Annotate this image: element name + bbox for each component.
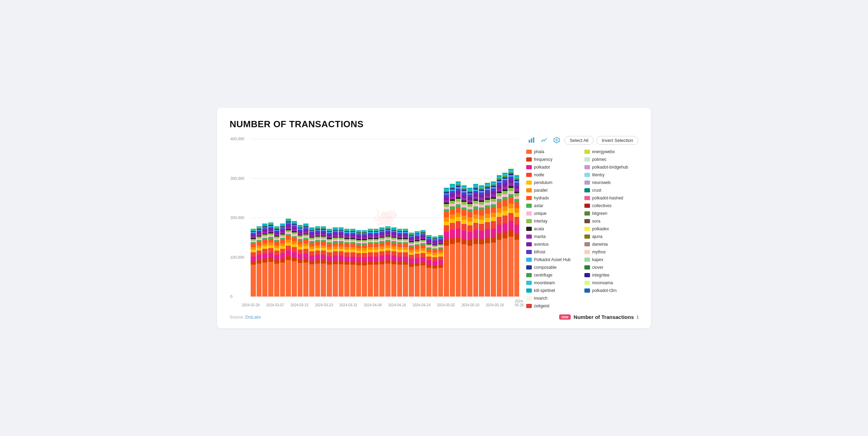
legend-item[interactable]: neuroweb (584, 179, 638, 186)
legend-item[interactable]: centrifuge (526, 272, 580, 278)
line-chart-icon[interactable] (539, 135, 549, 145)
legend-item[interactable]: kapex (584, 257, 638, 263)
bar-group[interactable] (262, 139, 267, 297)
bar-segment (350, 247, 355, 250)
bar-group[interactable] (298, 139, 303, 297)
legend-item[interactable]: energywebx (584, 149, 638, 155)
legend-item[interactable]: collectives (584, 203, 638, 209)
legend-item[interactable]: darwinia (584, 241, 638, 247)
legend-item[interactable]: polkadot-bridgehub (584, 164, 638, 170)
bar-group[interactable] (379, 139, 385, 297)
legend-item[interactable]: parallel (526, 187, 580, 193)
bar-group[interactable] (257, 139, 262, 297)
bar-segment (444, 209, 449, 212)
legend-item[interactable]: polkadot-hashed (584, 195, 638, 201)
bar-group[interactable] (321, 139, 326, 297)
bar-segment (374, 244, 379, 247)
bar-group[interactable] (485, 139, 490, 297)
bar-group[interactable] (309, 139, 314, 297)
legend-item[interactable]: polkadot-t3rn (584, 287, 638, 294)
legend-item[interactable]: zeitgeist (526, 303, 580, 309)
bar-group[interactable] (368, 139, 373, 297)
bar-group[interactable] (450, 139, 455, 297)
legend-item[interactable]: crust (584, 187, 638, 193)
legend-item[interactable]: mythos (584, 249, 638, 255)
legend-item[interactable]: moonsama (584, 280, 638, 286)
bar-group[interactable] (508, 139, 514, 297)
legend-item[interactable]: ajuna (584, 233, 638, 240)
bar-group[interactable] (444, 139, 449, 297)
bar-group[interactable] (374, 139, 379, 297)
bar-group[interactable] (456, 139, 461, 297)
bar-group[interactable] (303, 139, 308, 297)
bar-group[interactable] (491, 139, 496, 297)
legend-item[interactable]: frequency (526, 156, 580, 163)
legend-swatch (584, 150, 590, 154)
bar-group[interactable] (315, 139, 320, 297)
legend-item[interactable]: sora (584, 218, 638, 224)
invert-selection-button[interactable]: Invert Selection (596, 136, 638, 145)
legend-item[interactable]: kilt-spiritnet (526, 287, 580, 294)
legend-item[interactable]: bitgreen (584, 210, 638, 217)
bar-group[interactable] (339, 139, 344, 297)
bar-group[interactable] (268, 139, 273, 297)
legend-item[interactable]: integritee (584, 272, 638, 278)
legend-item[interactable]: phala (526, 149, 580, 155)
bar-group[interactable] (362, 139, 367, 297)
legend-item[interactable]: interlay (526, 218, 580, 224)
legend-item[interactable]: polimec (584, 156, 638, 163)
bar-group[interactable] (409, 139, 414, 297)
bar-group[interactable] (426, 139, 432, 297)
legend-item[interactable]: nodle (526, 172, 580, 178)
x-label: 2024-03-23 (315, 303, 333, 307)
bar-chart-icon[interactable] (527, 135, 536, 145)
info-icon[interactable]: ℹ (637, 314, 638, 320)
legend-item[interactable]: pendulum (526, 179, 580, 186)
bar-group[interactable] (502, 139, 508, 297)
select-all-button[interactable]: Select All (564, 136, 594, 145)
bar-group[interactable] (274, 139, 279, 297)
bar-group[interactable] (356, 139, 361, 297)
legend-item[interactable]: litentry (584, 172, 638, 178)
legend-item[interactable]: bifrost (526, 249, 580, 255)
bar-group[interactable] (467, 139, 473, 297)
legend-item[interactable]: unique (526, 210, 580, 217)
bar-segment (280, 263, 285, 297)
bar-group[interactable] (514, 139, 520, 297)
bar-group[interactable] (415, 139, 420, 297)
bar-group[interactable] (333, 139, 338, 297)
legend-item[interactable]: composable (526, 264, 580, 271)
cube-icon[interactable] (552, 135, 562, 145)
legend-item[interactable]: invarch (526, 295, 580, 301)
bar-group[interactable] (280, 139, 285, 297)
legend-item[interactable]: clover (584, 264, 638, 271)
bar-group[interactable] (327, 139, 332, 297)
bar-group[interactable] (432, 139, 438, 297)
legend-item[interactable]: moonbeam (526, 280, 580, 286)
bar-segment (479, 207, 484, 210)
bar-group[interactable] (385, 139, 391, 297)
bar-group[interactable] (438, 139, 443, 297)
bar-group[interactable] (497, 139, 502, 297)
bar-group[interactable] (251, 139, 256, 297)
bar-group[interactable] (286, 139, 291, 297)
legend-item[interactable]: Polkadot Asset Hub (526, 257, 580, 263)
legend-item[interactable]: aventus (526, 241, 580, 247)
legend-item[interactable]: hydradx (526, 195, 580, 201)
legend-item[interactable]: polkadex (584, 226, 638, 232)
bar-group[interactable] (397, 139, 402, 297)
bar-group[interactable] (479, 139, 484, 297)
legend-item[interactable]: astar (526, 203, 580, 209)
bar-group[interactable] (473, 139, 479, 297)
bar-group[interactable] (292, 139, 297, 297)
bar-group[interactable] (350, 139, 355, 297)
bar-group[interactable] (403, 139, 408, 297)
bar-group[interactable] (391, 139, 396, 297)
bar-group[interactable] (461, 139, 467, 297)
legend-item[interactable]: manta (526, 233, 580, 240)
legend-item[interactable]: acala (526, 226, 580, 232)
bar-group[interactable] (420, 139, 426, 297)
legend-item[interactable]: polkadot (526, 164, 580, 170)
bar-segment (473, 209, 479, 215)
bar-group[interactable] (344, 139, 350, 297)
